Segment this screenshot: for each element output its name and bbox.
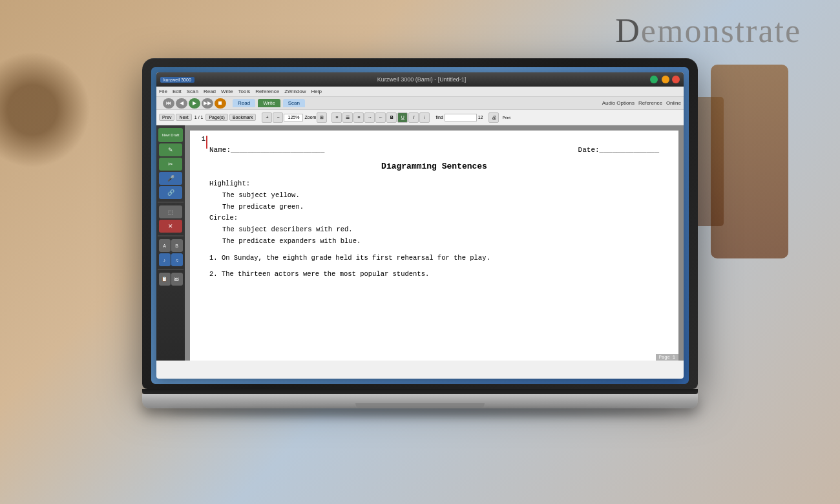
- page-red-line: [206, 136, 207, 149]
- tab-read[interactable]: Read: [233, 99, 255, 107]
- circle-item-1: The subject describers with red.: [222, 225, 659, 235]
- circle-label: Circle:: [209, 213, 659, 224]
- grid-icon[interactable]: ⊞: [317, 112, 327, 123]
- menu-help[interactable]: Help: [311, 89, 322, 94]
- new-draft-button[interactable]: New Draft: [158, 128, 183, 142]
- online-label[interactable]: Online: [666, 100, 681, 106]
- title-bar: kurzweil 3000 Kurzweil 3000 (Barni) - [U…: [156, 72, 684, 87]
- menu-scan[interactable]: Scan: [187, 89, 198, 94]
- icon-group-1: + − Zoom ⊞: [262, 112, 327, 123]
- title-rest: emonstrate: [641, 12, 801, 49]
- outdent-icon[interactable]: ←: [375, 112, 386, 123]
- find-number: 12: [478, 115, 483, 120]
- underline-icon[interactable]: U: [397, 112, 408, 123]
- toolbar2: Prev Next 1 / 1 Page(s) Bookmark + − Zoo…: [156, 110, 684, 125]
- stop-button[interactable]: ⏹: [215, 98, 226, 109]
- highlight-label: Highlight:: [209, 179, 659, 189]
- sidebar-btn-b[interactable]: B: [171, 239, 183, 252]
- document-body: Highlight: The subject yellow. The predi…: [209, 179, 659, 280]
- find-label: find: [436, 115, 443, 120]
- menu-write[interactable]: Write: [221, 89, 233, 94]
- align-left-icon[interactable]: ≡: [331, 112, 342, 123]
- zoom-input[interactable]: [284, 114, 303, 121]
- page-badge: Page 1: [656, 354, 678, 361]
- sidebar-divider3: [158, 269, 184, 270]
- sidebar-btn-a[interactable]: A: [159, 239, 171, 252]
- close-button[interactable]: [672, 76, 680, 83]
- icon-group-2: ≡ ☰ ≡ → ← B U I ⁝: [331, 112, 430, 123]
- laptop-wrapper: kurzweil 3000 Kurzweil 3000 (Barni) - [U…: [142, 58, 698, 416]
- app-window: kurzweil 3000 Kurzweil 3000 (Barni) - [U…: [156, 72, 684, 379]
- title-letter-d: D: [615, 12, 641, 49]
- document-area: 1 Name:______________________ Date:_____…: [185, 125, 684, 361]
- bold-icon[interactable]: B: [386, 112, 397, 123]
- mic-button[interactable]: 🎤: [159, 172, 182, 185]
- name-date-line: Name:______________________ Date:_______…: [209, 146, 659, 154]
- find-input[interactable]: [445, 114, 477, 121]
- align-right-icon[interactable]: ≡: [353, 112, 364, 123]
- textbox-button[interactable]: ⬚: [159, 205, 182, 218]
- circle-item-2: The predicate expanders with blue.: [222, 236, 659, 247]
- minimize-button[interactable]: [662, 76, 669, 83]
- menu-zwindow[interactable]: ZWindow: [284, 89, 306, 94]
- laptop-hinge: [142, 389, 698, 394]
- page-count-label: 1 / 1: [194, 115, 204, 120]
- sidebar-divider1: [158, 202, 184, 203]
- next-button[interactable]: Next: [176, 114, 191, 121]
- add-icon[interactable]: +: [262, 112, 272, 123]
- highlight-item-1: The subject yellow.: [222, 191, 659, 201]
- main-area: New Draft ✎ ✂ 🎤: [156, 125, 684, 361]
- menu-edit[interactable]: Edit: [173, 89, 182, 94]
- find-group: find 12: [436, 114, 483, 121]
- sentence-2: 2. The thirteen actors were the most pop…: [209, 269, 659, 280]
- document-title: Diagramming Sentences: [209, 162, 659, 171]
- menu-reference[interactable]: Reference: [255, 89, 279, 94]
- back-button[interactable]: ◀: [176, 98, 187, 109]
- sentence-1: 1. On Sunday, the eighth grade held its …: [209, 253, 659, 264]
- link-button[interactable]: 🔗: [159, 186, 182, 199]
- transport-controls: ⏮ ◀ ▶ ▶▶ ⏹: [163, 98, 226, 109]
- rewind-button[interactable]: ⏮: [163, 98, 174, 109]
- tab-scan[interactable]: Scan: [283, 99, 305, 107]
- laptop-screen: kurzweil 3000 Kurzweil 3000 (Barni) - [U…: [151, 67, 689, 384]
- nav-controls: Prev Next 1 / 1 Page(s) Bookmark: [159, 114, 256, 121]
- pencil-button[interactable]: ✎: [159, 143, 182, 156]
- date-field: Date:______________: [578, 146, 659, 154]
- prev-button[interactable]: Prev: [159, 114, 174, 121]
- highlight-item-2: The predicate green.: [222, 202, 659, 213]
- menu-tools[interactable]: Tools: [238, 89, 251, 94]
- laptop-shadow: [168, 408, 672, 416]
- menu-file[interactable]: File: [159, 89, 167, 94]
- new-draft-label: New Draft: [162, 133, 180, 137]
- page-number-marker: 1: [202, 136, 205, 143]
- sidebar-btn-e[interactable]: 📋: [159, 273, 171, 286]
- scissors-button[interactable]: ✂: [159, 158, 182, 171]
- name-field: Name:______________________: [209, 146, 324, 154]
- sidebar-btn-d[interactable]: ♫: [171, 253, 183, 266]
- list-icon[interactable]: ⁝: [419, 112, 430, 123]
- play-button[interactable]: ▶: [189, 98, 200, 109]
- sidebar-btn-f[interactable]: 🖼: [171, 273, 183, 286]
- zoom-control: Zoom: [284, 114, 316, 121]
- forward-button[interactable]: ▶▶: [202, 98, 213, 109]
- align-center-icon[interactable]: ☰: [342, 112, 353, 123]
- sidebar-btn-c[interactable]: ♪: [159, 253, 171, 266]
- indent-icon[interactable]: →: [364, 112, 375, 123]
- sidebar-row2: ♪ ♫: [159, 253, 183, 266]
- sidebar-row3: 📋 🖼: [159, 273, 183, 286]
- pages-button[interactable]: Page(s): [205, 114, 228, 121]
- document-page: 1 Name:______________________ Date:_____…: [190, 131, 678, 361]
- demonstrate-title: Demonstrate: [615, 12, 801, 50]
- tab-write[interactable]: Write: [258, 99, 280, 107]
- print-icon[interactable]: 🖨: [488, 112, 499, 123]
- maximize-button[interactable]: [650, 76, 658, 83]
- minus-icon[interactable]: −: [273, 112, 283, 123]
- zoom-label: Zoom: [304, 115, 316, 120]
- audio-options-label[interactable]: Audio Options: [602, 100, 635, 106]
- bookmark-button[interactable]: Bookmark: [229, 114, 257, 121]
- delete-button[interactable]: ✕: [159, 220, 182, 233]
- reference-label[interactable]: Reference: [638, 100, 662, 106]
- menu-read[interactable]: Read: [204, 89, 216, 94]
- italic-icon[interactable]: I: [408, 112, 419, 123]
- title-bar-text: Kurzweil 3000 (Barni) - [Untitled-1]: [197, 76, 646, 83]
